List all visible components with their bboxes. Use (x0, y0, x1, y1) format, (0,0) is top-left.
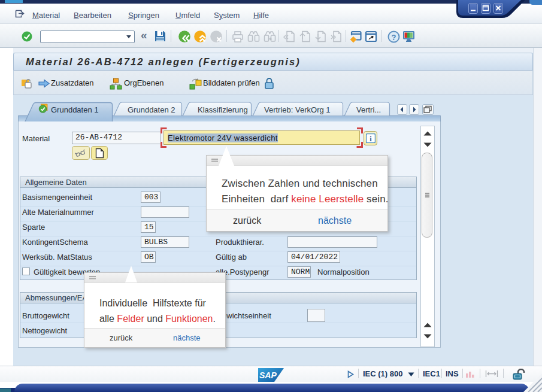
svg-text:SAP: SAP (259, 370, 277, 380)
svg-text:?: ? (392, 33, 396, 42)
